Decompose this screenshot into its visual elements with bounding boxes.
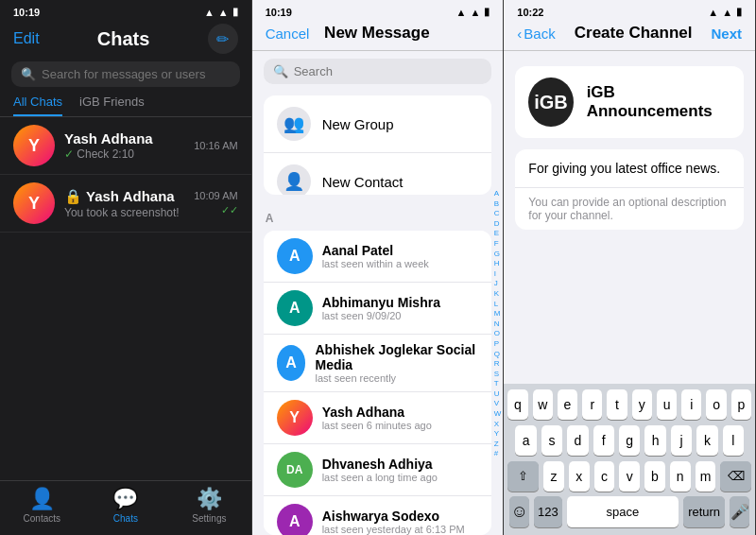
key-z[interactable]: z — [543, 461, 564, 492]
key-w[interactable]: w — [533, 389, 553, 420]
key-i[interactable]: i — [681, 389, 701, 420]
key-p[interactable]: p — [731, 389, 751, 420]
new-group-icon: 👥 — [277, 107, 311, 141]
contact-seen-aishwarya: last seen yesterday at 6:13 PM — [322, 524, 465, 535]
key-e[interactable]: e — [558, 389, 577, 420]
key-m[interactable]: m — [696, 461, 716, 492]
search-input-2[interactable] — [294, 64, 483, 78]
contact-name-aishwarya: Aishwarya Sodexo — [322, 509, 465, 524]
key-c[interactable]: c — [594, 461, 615, 492]
avatar-yash2: Y — [13, 182, 55, 224]
chat-msg-1: Check 2:10 — [77, 147, 134, 161]
key-q[interactable]: q — [507, 389, 527, 420]
key-shift[interactable]: ⇧ — [507, 461, 539, 492]
cancel-button[interactable]: Cancel — [266, 26, 310, 42]
key-return[interactable]: return — [683, 496, 725, 527]
key-k[interactable]: k — [696, 425, 717, 456]
chevron-left-icon: ‹ — [517, 26, 522, 42]
new-group-option[interactable]: 👥 New Group — [264, 95, 492, 153]
contact-name-dhvanesh: Dhvanesh Adhiya — [322, 457, 438, 472]
wifi-icon: ▲ — [204, 7, 215, 18]
contact-dhvanesh[interactable]: DA Dhvanesh Adhiya last seen a long time… — [264, 444, 492, 496]
key-h[interactable]: h — [644, 425, 665, 456]
contact-abhishek[interactable]: A Abhishek Joglekar Social Media last se… — [264, 335, 492, 392]
contact-seen-dhvanesh: last seen a long time ago — [322, 472, 438, 483]
key-l[interactable]: l — [723, 425, 744, 456]
status-icons-1: ▲ ▲ ▮ — [204, 6, 238, 18]
tab-igb-friends[interactable]: iGB Friends — [79, 95, 145, 116]
battery-icon: ▮ — [232, 6, 238, 18]
channel-info-section: iGB iGB Announcements — [515, 66, 744, 138]
chat-item-yash2[interactable]: Y 🔒 Yash Adhana You took a screenshot! 1… — [0, 175, 251, 233]
key-g[interactable]: g — [619, 425, 640, 456]
search-icon-1: 🔍 — [21, 67, 36, 81]
contact-name-abhimanyu: Abhimanyu Mishra — [322, 295, 440, 310]
new-contact-option[interactable]: 👤 New Contact — [264, 153, 492, 195]
chat-time-1: 10:16 AM — [194, 140, 237, 151]
search-bar-2: 🔍 — [264, 59, 492, 84]
key-a[interactable]: a — [515, 425, 536, 456]
compose-icon: ✏ — [216, 30, 229, 48]
avatar-abhimanyu: A — [277, 290, 313, 326]
wifi-icon-3: ▲ — [708, 7, 718, 18]
signal-icon-3: ▲ — [722, 7, 732, 18]
tab-all-chats[interactable]: All Chats — [13, 95, 62, 116]
nav-settings[interactable]: ⚙️ Settings — [167, 487, 251, 524]
kb-row-1: q w e r t y u i o p — [504, 384, 755, 420]
key-d[interactable]: d — [567, 425, 588, 456]
contact-seen-abhimanyu: last seen 9/09/20 — [322, 310, 440, 321]
key-f[interactable]: f — [593, 425, 614, 456]
key-y[interactable]: y — [632, 389, 652, 420]
bottom-nav-1: 👤 Contacts 💬 Chats ⚙️ Settings — [0, 480, 251, 535]
check-icon-1: ✓ — [64, 147, 77, 161]
description-input[interactable] — [515, 149, 744, 188]
contacts-label: Contacts — [24, 513, 60, 524]
time-1: 10:19 — [13, 7, 40, 18]
key-microphone[interactable]: 🎤 — [730, 496, 749, 527]
contact-seen-aanal: last seen within a week — [322, 258, 429, 269]
keyboard: q w e r t y u i o p a s d f g h j k l ⇧ … — [504, 384, 755, 535]
key-j[interactable]: j — [671, 425, 692, 456]
settings-icon: ⚙️ — [197, 487, 222, 511]
key-space[interactable]: space — [567, 496, 679, 527]
edit-button[interactable]: Edit — [13, 30, 40, 47]
chats-label: Chats — [113, 513, 138, 524]
contact-yash[interactable]: Y Yash Adhana last seen 6 minutes ago — [264, 392, 492, 444]
statusbar-1: 10:19 ▲ ▲ ▮ — [0, 0, 251, 20]
contact-aanal[interactable]: A Aanal Patel last seen within a week — [264, 231, 492, 283]
avatar-abhishek: A — [277, 345, 306, 381]
key-backspace[interactable]: ⌫ — [720, 461, 751, 492]
key-v[interactable]: v — [619, 461, 640, 492]
new-contact-label: New Contact — [322, 174, 404, 190]
key-s[interactable]: s — [541, 425, 562, 456]
compose-button[interactable]: ✏ — [208, 24, 238, 54]
back-label: Back — [524, 26, 555, 42]
key-emoji[interactable]: ☺ — [509, 496, 529, 527]
chat-name-2: 🔒 — [64, 188, 82, 205]
key-u[interactable]: u — [657, 389, 677, 420]
contact-aishwarya[interactable]: A Aishwarya Sodexo last seen yesterday a… — [264, 496, 492, 535]
key-b[interactable]: b — [644, 461, 665, 492]
channel-avatar[interactable]: iGB — [528, 78, 573, 127]
contacts-section-header: A — [252, 206, 504, 231]
chat-item-yash1[interactable]: Y Yash Adhana ✓ Check 2:10 10:16 AM — [0, 117, 251, 175]
search-input-1[interactable] — [42, 67, 231, 81]
nav-chats[interactable]: 💬 Chats — [84, 487, 168, 524]
battery-icon-3: ▮ — [736, 6, 742, 18]
nav-contacts[interactable]: 👤 Contacts — [0, 487, 84, 524]
next-button[interactable]: Next — [712, 26, 743, 42]
new-group-label: New Group — [322, 116, 394, 132]
channel-name-label: iGB Announcements — [587, 83, 730, 121]
key-t[interactable]: t — [607, 389, 627, 420]
chats-icon: 💬 — [112, 487, 138, 511]
key-x[interactable]: x — [569, 461, 590, 492]
back-button[interactable]: ‹ Back — [517, 26, 555, 42]
chat-tabs: All Chats iGB Friends — [0, 95, 251, 117]
description-section: You can provide an optional description … — [515, 149, 744, 230]
contact-abhimanyu[interactable]: A Abhimanyu Mishra last seen 9/09/20 — [264, 283, 492, 335]
key-123[interactable]: 123 — [534, 496, 562, 527]
kb-row-3: ⇧ z x c v b n m ⌫ — [504, 456, 755, 492]
key-n[interactable]: n — [670, 461, 691, 492]
key-o[interactable]: o — [706, 389, 726, 420]
key-r[interactable]: r — [582, 389, 602, 420]
